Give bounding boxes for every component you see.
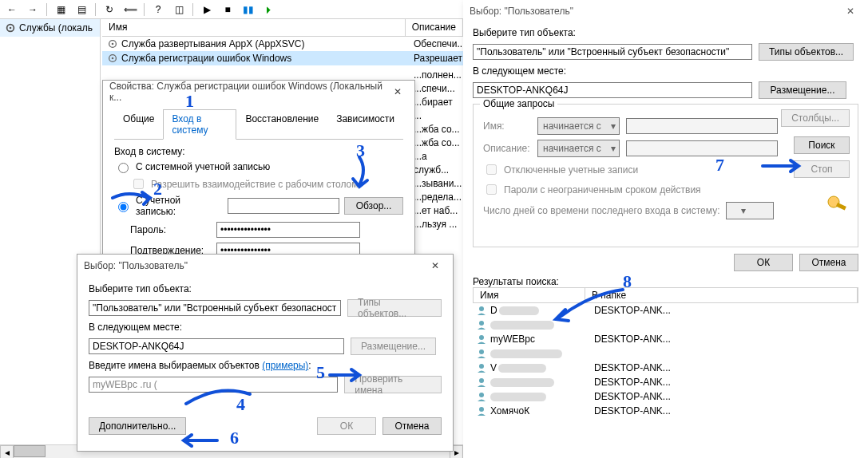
object-type-label: Выберите тип объекта: [89, 283, 442, 294]
radio-input[interactable] [118, 202, 129, 212]
tab-recovery[interactable]: Восстановление [236, 109, 327, 140]
name-label: Имя: [483, 120, 531, 132]
toolbar-pause-icon[interactable]: ▮▮ [240, 2, 257, 18]
toolbar-back-icon[interactable]: ← [3, 2, 21, 18]
search-button[interactable]: Поиск [794, 136, 850, 154]
results-col-name[interactable]: Имя [474, 288, 585, 302]
logon-label: Вход в систему: [114, 146, 403, 157]
tab-general[interactable]: Общие [114, 109, 163, 140]
results-col-folder[interactable]: В папке [585, 288, 858, 302]
user-icon [476, 405, 487, 417]
service-desc: Разрешает [414, 53, 462, 64]
desc-combo[interactable]: начинается с▾ [537, 140, 620, 157]
svg-point-9 [479, 321, 484, 326]
check-names-button[interactable]: Проверить имена [344, 376, 442, 393]
radio-system-account[interactable]: С системной учетной записью [114, 160, 403, 173]
desc-label: Описание: [483, 143, 531, 154]
advanced-button[interactable]: Дополнительно... [89, 417, 186, 435]
result-folder: DESKTOP-ANK... [594, 362, 671, 373]
browse-button[interactable]: Обзор... [344, 197, 403, 215]
col-desc[interactable]: Описание [406, 19, 463, 36]
result-name: V [490, 362, 591, 373]
close-icon[interactable]: ✕ [839, 3, 862, 19]
result-folder: DESKTOP-ANK... [594, 405, 671, 417]
name-combo[interactable]: начинается с▾ [537, 117, 620, 135]
close-icon[interactable]: ✕ [386, 84, 408, 100]
user-icon [476, 362, 487, 373]
locations-button[interactable]: Размещение... [759, 81, 846, 99]
object-type-field [473, 44, 752, 60]
toolbar-start-icon[interactable]: ▶ [198, 2, 216, 18]
result-name: ХомячоК [490, 405, 591, 417]
cancel-button[interactable]: Отмена [382, 417, 442, 435]
search-results-icon [826, 192, 850, 211]
gear-icon [107, 53, 118, 64]
tree-services-node[interactable]: Службы (локаль [0, 19, 100, 37]
nonexpiring-checkbox [486, 184, 497, 195]
scroll-left-icon[interactable]: ◂ [0, 445, 14, 458]
result-folder: DESKTOP-ANK... [594, 391, 671, 402]
locations-button[interactable]: Размещение... [351, 338, 436, 355]
toolbar-export-icon[interactable]: ⟸ [121, 2, 139, 18]
common-queries-group: Общие запросы Имя: начинается с▾ Описани… [473, 104, 858, 247]
svg-point-14 [479, 393, 484, 397]
close-icon[interactable]: ✕ [424, 258, 446, 274]
tab-dependencies[interactable]: Зависимости [327, 109, 403, 140]
dialog-title: Свойства: Служба регистрации ошибок Wind… [109, 81, 386, 103]
columns-button[interactable]: Столбцы... [781, 109, 850, 127]
examples-link[interactable]: (примеры) [262, 360, 308, 371]
svg-point-5 [112, 57, 114, 60]
result-name [490, 321, 591, 330]
results-list[interactable]: D DESKTOP-ANK... myWEBpc DESKTOP-ANK... … [473, 303, 858, 418]
radio-input[interactable] [118, 163, 129, 173]
result-row[interactable]: ХомячоК DESKTOP-ANK... [473, 404, 858, 418]
svg-point-1 [10, 27, 12, 30]
svg-point-3 [112, 43, 114, 45]
ok-button[interactable]: ОК [734, 254, 793, 271]
dialog-titlebar[interactable]: Свойства: Служба регистрации ошибок Wind… [103, 81, 414, 103]
radio-this-account[interactable]: С учетной записью: Обзор... [114, 195, 403, 217]
disabled-accounts-checkbox [486, 164, 497, 175]
result-row[interactable]: V DESKTOP-ANK... [473, 361, 858, 375]
account-input[interactable] [228, 198, 339, 214]
result-name: D [490, 305, 591, 316]
result-row[interactable]: DESKTOP-ANK... [473, 389, 858, 404]
result-row[interactable] [473, 346, 858, 361]
result-row[interactable]: myWEBpc DESKTOP-ANK... [473, 332, 858, 346]
toolbar-help-icon[interactable]: ? [149, 2, 167, 18]
result-row[interactable] [473, 318, 858, 332]
scroll-thumb[interactable] [14, 445, 46, 457]
dialog-titlebar[interactable]: Выбор: "Пользователь" ✕ [463, 0, 868, 22]
toolbar-forward-icon[interactable]: → [24, 2, 42, 18]
user-icon [476, 348, 487, 359]
result-row[interactable]: DESKTOP-ANK... [473, 375, 858, 389]
toolbar-view2-icon[interactable]: ▤ [73, 2, 90, 18]
service-row[interactable]: Служба развертывания AppX (AppXSVC) Обес… [102, 37, 463, 51]
toolbar-refresh-icon[interactable]: ↻ [101, 2, 118, 18]
col-name[interactable]: Имя [102, 19, 406, 36]
desc-filter-input [626, 140, 778, 156]
checkbox-interact-desktop: Разрешить взаимодействие с рабочим столо… [130, 176, 403, 191]
gear-icon [107, 38, 118, 49]
tabs: Общие Вход в систему Восстановление Зави… [114, 109, 403, 140]
toolbar-props-icon[interactable]: ◫ [170, 2, 188, 18]
types-button[interactable]: Типы объектов... [347, 299, 442, 317]
object-names-input[interactable] [89, 377, 338, 393]
result-name [490, 349, 591, 358]
tab-logon[interactable]: Вход в систему [163, 109, 236, 140]
types-button[interactable]: Типы объектов... [759, 43, 854, 61]
result-name [490, 393, 591, 401]
toolbar-view1-icon[interactable]: ▦ [52, 2, 69, 18]
toolbar-restart-icon[interactable]: ⏵ [260, 2, 278, 18]
group-title: Общие запросы [480, 98, 557, 109]
password-input[interactable] [216, 222, 360, 238]
dialog-title: Выбор: "Пользователь" [470, 6, 573, 17]
result-row[interactable]: D DESKTOP-ANK... [473, 303, 858, 318]
dialog-titlebar[interactable]: Выбор: "Пользователь" ✕ [77, 255, 453, 277]
stop-button[interactable]: Стоп [794, 160, 850, 178]
results-header: Имя В папке [473, 287, 858, 303]
ok-button[interactable]: ОК [317, 417, 376, 435]
service-row[interactable]: Служба регистрации ошибок Windows Разреш… [102, 51, 463, 65]
cancel-button[interactable]: Отмена [799, 254, 858, 271]
toolbar-stop-icon[interactable]: ■ [219, 2, 236, 18]
